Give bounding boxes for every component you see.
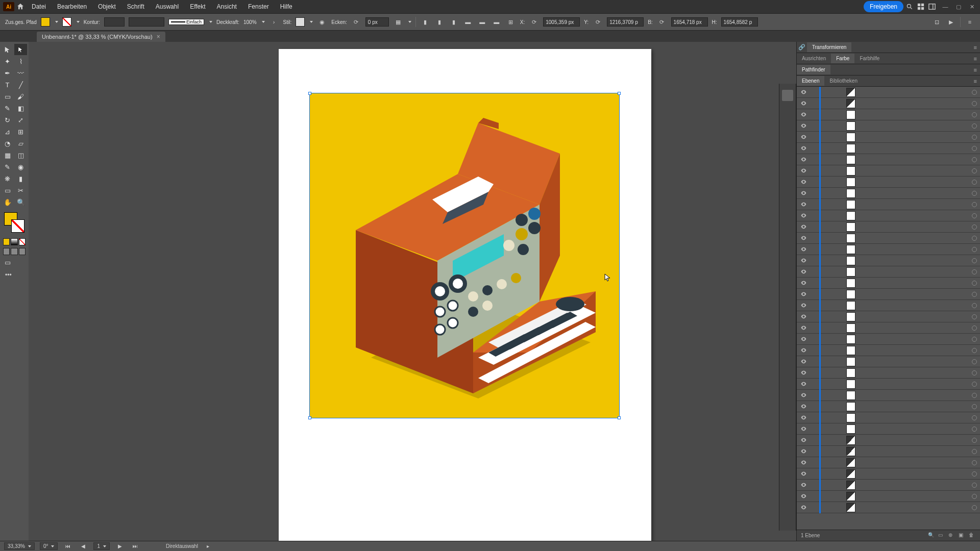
tab-color-guide[interactable]: Farbhilfe	[854, 54, 885, 63]
layer-row[interactable]	[797, 423, 980, 435]
target-icon[interactable]	[972, 236, 977, 241]
menu-bearbeiten[interactable]: Bearbeiten	[52, 1, 92, 12]
search-icon[interactable]	[904, 2, 915, 12]
visibility-toggle-icon[interactable]	[800, 482, 807, 489]
target-icon[interactable]	[972, 359, 977, 364]
align-right-icon[interactable]: ▮	[449, 17, 459, 27]
panel-menu-icon[interactable]: ≡	[971, 67, 980, 73]
target-icon[interactable]	[972, 135, 977, 140]
layer-thumbnail[interactable]	[846, 469, 855, 479]
target-icon[interactable]	[972, 483, 977, 488]
target-icon[interactable]	[972, 460, 977, 465]
edit-similar-icon[interactable]: ▶	[946, 17, 956, 27]
x-field[interactable]: 1005,359 px	[543, 17, 580, 27]
visibility-toggle-icon[interactable]	[800, 437, 807, 444]
menu-effekt[interactable]: Effekt	[185, 1, 210, 12]
visibility-toggle-icon[interactable]	[800, 414, 807, 421]
layer-row[interactable]	[797, 87, 980, 98]
target-icon[interactable]	[972, 427, 977, 432]
visibility-toggle-icon[interactable]	[800, 470, 807, 478]
visibility-toggle-icon[interactable]	[800, 313, 807, 320]
lasso-tool[interactable]: ⌇	[14, 56, 27, 67]
artboard[interactable]	[279, 49, 651, 541]
visibility-toggle-icon[interactable]	[800, 89, 807, 96]
hand-tool[interactable]: ✋	[1, 196, 14, 208]
width-tool[interactable]: ⊿	[1, 126, 14, 137]
none-mode-icon[interactable]	[19, 238, 26, 245]
layer-thumbnail[interactable]	[846, 245, 855, 254]
tab-pathfinder[interactable]: Pathfinder	[797, 65, 830, 74]
isolate-icon[interactable]: ⊡	[932, 17, 942, 27]
reference-point-icon[interactable]: ⟳	[529, 17, 539, 27]
layer-row[interactable]	[797, 300, 980, 311]
tab-libraries[interactable]: Bibliotheken	[824, 76, 862, 86]
layer-name-label[interactable]	[857, 415, 977, 420]
blend-tool[interactable]: ◉	[14, 161, 27, 172]
visibility-toggle-icon[interactable]	[800, 403, 807, 410]
align-to-icon[interactable]: ▦	[393, 17, 403, 27]
edit-toolbar-icon[interactable]: •••	[5, 271, 23, 279]
tab-transform[interactable]: Transformieren	[807, 42, 851, 52]
layer-thumbnail[interactable]	[846, 267, 855, 277]
visibility-toggle-icon[interactable]	[800, 156, 807, 163]
y-field[interactable]: 1216,3709 p	[607, 17, 644, 27]
zoom-field[interactable]: 33,33%	[4, 542, 35, 550]
fill-swatch[interactable]	[41, 17, 50, 27]
shape-builder-tool[interactable]: ◔	[1, 138, 14, 149]
layer-row[interactable]	[797, 289, 980, 300]
stroke-color-swatch[interactable]	[11, 219, 24, 233]
layer-thumbnail[interactable]	[846, 424, 855, 434]
layer-row[interactable]	[797, 334, 980, 345]
gradient-tool[interactable]: ◫	[14, 149, 27, 161]
target-icon[interactable]	[972, 191, 977, 196]
target-icon[interactable]	[972, 202, 977, 207]
last-artboard-icon[interactable]: ⏭	[130, 541, 140, 552]
target-icon[interactable]	[972, 348, 977, 353]
layer-row[interactable]	[797, 390, 980, 401]
target-icon[interactable]	[972, 90, 977, 95]
transform-panel-icon[interactable]: ⊞	[506, 17, 516, 27]
target-icon[interactable]	[972, 382, 977, 387]
curvature-tool[interactable]: 〰	[14, 67, 27, 79]
eyedropper-tool[interactable]: ✎	[1, 161, 14, 172]
document-tab[interactable]: Unbenannt-1* @ 33,33 % (CMYK/Vorschau) ×	[37, 32, 165, 42]
layer-thumbnail[interactable]	[846, 256, 855, 265]
target-icon[interactable]	[972, 370, 977, 375]
layer-row[interactable]	[797, 132, 980, 143]
opacity-value[interactable]: 100%	[243, 19, 257, 25]
app-icon[interactable]: Ai	[3, 2, 14, 11]
layer-thumbnail[interactable]	[846, 222, 855, 232]
type-tool[interactable]: T	[1, 79, 14, 90]
layer-row[interactable]	[797, 502, 980, 513]
tab-close-icon[interactable]: ×	[157, 33, 160, 40]
layer-thumbnail[interactable]	[846, 368, 855, 378]
layer-thumbnail[interactable]	[846, 121, 855, 131]
layer-thumbnail[interactable]	[846, 301, 855, 310]
scale-tool[interactable]: ⤢	[14, 114, 27, 126]
layer-thumbnail[interactable]	[846, 279, 855, 288]
target-icon[interactable]	[972, 337, 977, 342]
locate-object-icon[interactable]: 🔍	[928, 532, 935, 539]
menu-hilfe[interactable]: Hilfe	[275, 1, 298, 12]
layer-row[interactable]	[797, 143, 980, 154]
w-field[interactable]: 1654,718 px	[671, 17, 708, 27]
variable-width-profile[interactable]	[129, 17, 164, 27]
tab-layers[interactable]: Ebenen	[797, 76, 824, 86]
menu-fenster[interactable]: Fenster	[243, 1, 274, 12]
align-left-icon[interactable]: ▮	[420, 17, 430, 27]
layer-row[interactable]	[797, 120, 980, 132]
visibility-toggle-icon[interactable]	[800, 201, 807, 208]
minimize-icon[interactable]: —	[940, 3, 950, 10]
visibility-toggle-icon[interactable]	[800, 425, 807, 433]
new-sublayer-icon[interactable]: ⊕	[948, 532, 955, 539]
layer-thumbnail[interactable]	[846, 290, 855, 299]
link-wh-icon[interactable]: ⟳	[657, 17, 667, 27]
visibility-toggle-icon[interactable]	[800, 190, 807, 197]
shaper-tool[interactable]: ✎	[1, 103, 14, 114]
slice-tool[interactable]: ✂	[14, 185, 27, 196]
target-icon[interactable]	[972, 325, 977, 331]
layer-row[interactable]	[797, 177, 980, 188]
layer-thumbnail[interactable]	[846, 503, 855, 512]
layer-row[interactable]	[797, 468, 980, 480]
menu-datei[interactable]: Datei	[27, 1, 51, 12]
